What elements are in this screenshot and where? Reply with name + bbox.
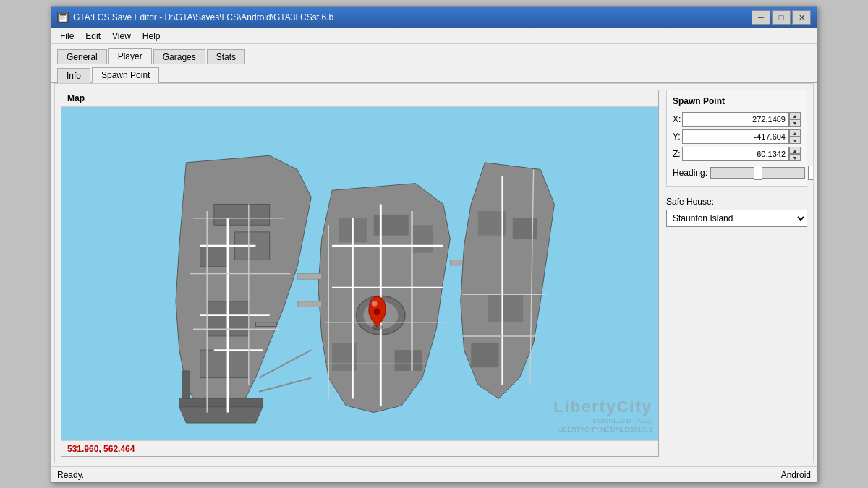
y-input[interactable] [682,129,789,144]
coords-text: 531.960, 562.464 [67,444,135,454]
svg-rect-26 [488,294,523,322]
watermark-download-label: DOWNLOAD PAGE: [553,416,652,426]
z-field-row: Z: ▲ ▼ [673,147,801,161]
x-spin-up[interactable]: ▲ [789,112,801,119]
map-header: Map [61,90,658,107]
menu-file[interactable]: File [54,30,80,43]
spawn-point-title: Spawn Point [673,96,801,106]
x-input[interactable] [682,112,789,127]
svg-rect-17 [374,215,409,236]
y-spin-up[interactable]: ▲ [789,129,801,137]
x-label: X: [673,114,682,124]
svg-rect-10 [214,204,270,225]
z-spinners: ▲ ▼ [789,147,801,161]
right-panel: Spawn Point X: ▲ ▼ Y: [666,90,807,457]
svg-rect-4 [60,20,63,20]
heading-slider[interactable] [710,167,805,179]
svg-rect-21 [297,274,322,280]
main-window: GTA:LCS Save Editor - D:\GTA\Saves\LCS\A… [51,6,817,483]
title-bar: GTA:LCS Save Editor - D:\GTA\Saves\LCS\A… [51,7,817,28]
close-button[interactable]: ✕ [792,10,811,25]
y-label: Y: [673,132,682,142]
status-platform: Android [781,470,811,480]
svg-rect-1 [60,14,66,16]
tab-player[interactable]: Player [109,48,152,64]
menu-view[interactable]: View [106,30,137,43]
heading-label: Heading: [673,168,707,178]
safehouse-label: Safe House: [666,197,807,207]
tab-general[interactable]: General [57,49,107,64]
safehouse-select[interactable]: Portland Staunton Island Shoreside Vale [666,210,807,227]
svg-rect-13 [255,322,276,327]
svg-point-30 [374,309,381,316]
svg-rect-6 [200,246,228,267]
x-spinners: ▲ ▼ [789,112,801,127]
heading-value-input[interactable] [808,166,814,180]
menu-bar: File Edit View Help [51,28,817,44]
menu-edit[interactable]: Edit [80,30,106,43]
watermark: LibertyCity DOWNLOAD PAGE: LIBERTYCITY.N… [553,398,652,435]
svg-rect-2 [60,17,64,17]
svg-rect-3 [60,18,65,19]
x-spin-down[interactable]: ▼ [789,119,801,127]
x-input-wrap: ▲ ▼ [682,112,801,127]
spawn-point-group: Spawn Point X: ▲ ▼ Y: [666,90,807,187]
map-panel: Map [61,90,659,457]
safehouse-group: Safe House: Portland Staunton Island Sho… [666,194,807,230]
y-input-wrap: ▲ ▼ [682,129,801,144]
tab-info[interactable]: Info [57,68,90,83]
map-svg [61,107,658,440]
tab-stats[interactable]: Stats [207,49,245,64]
watermark-title: LibertyCity [553,398,652,416]
svg-rect-25 [513,218,537,239]
svg-rect-11 [179,398,263,407]
z-label: Z: [673,149,682,159]
map-container[interactable]: LibertyCity DOWNLOAD PAGE: LIBERTYCITY.N… [61,107,658,440]
z-input[interactable] [682,147,789,161]
svg-rect-27 [471,343,498,368]
sub-tabs: Info Spawn Point [51,64,817,83]
svg-rect-18 [412,225,433,252]
status-bar: Ready. Android [51,466,817,482]
y-field-row: Y: ▲ ▼ [673,129,801,144]
watermark-download-url: LIBERTYCITY.NET/FILE/201319 [553,425,652,435]
z-input-wrap: ▲ ▼ [682,147,801,161]
svg-rect-19 [395,350,422,371]
svg-point-29 [372,301,378,307]
tab-garages[interactable]: Garages [153,49,205,64]
coords-bar: 531.960, 562.464 [61,440,658,456]
window-title: GTA:LCS Save Editor - D:\GTA\Saves\LCS\A… [73,12,752,22]
app-icon [57,12,69,23]
minimize-button[interactable]: ─ [752,10,770,25]
menu-help[interactable]: Help [137,30,166,43]
heading-row: Heading: [673,166,801,180]
z-spin-up[interactable]: ▲ [789,147,801,154]
content-area: Map [54,83,814,463]
x-field-row: X: ▲ ▼ [673,112,801,127]
window-controls: ─ □ ✕ [752,10,811,25]
main-tabs: General Player Garages Stats [51,44,817,64]
svg-rect-22 [297,301,322,307]
status-text: Ready. [57,470,84,480]
svg-rect-12 [183,371,190,398]
y-spin-down[interactable]: ▼ [789,137,801,144]
z-spin-down[interactable]: ▼ [789,154,801,161]
y-spinners: ▲ ▼ [789,129,801,144]
maximize-button[interactable]: □ [772,10,791,25]
tab-spawnpoint[interactable]: Spawn Point [92,67,159,83]
